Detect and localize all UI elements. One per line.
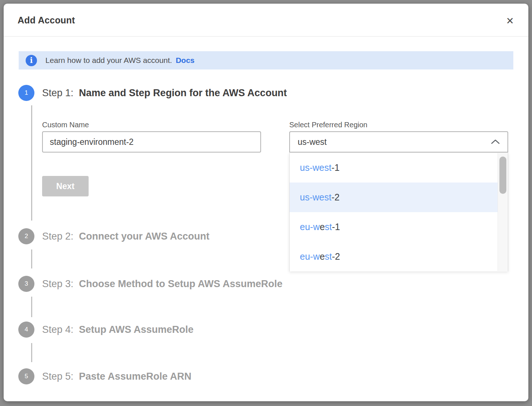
next-button[interactable]: Next bbox=[42, 176, 89, 196]
chevron-up-icon[interactable] bbox=[491, 138, 500, 146]
region-combobox[interactable] bbox=[289, 131, 508, 153]
step-5-heading: Step 5: Paste AssumeRole ARN bbox=[42, 368, 191, 384]
close-icon[interactable]: ✕ bbox=[504, 15, 516, 27]
step-4-heading: Step 4: Setup AWS AssumeRole bbox=[42, 322, 194, 338]
docs-link[interactable]: Docs bbox=[176, 56, 194, 65]
step-4-prefix: Step 4: bbox=[42, 324, 74, 335]
step-2-badge: 2 bbox=[18, 228, 34, 244]
step-1-badge: 1 bbox=[18, 85, 34, 101]
region-option-eu-west-1[interactable]: eu-west-1 bbox=[290, 212, 508, 242]
step-connector bbox=[31, 249, 32, 268]
region-option-eu-west-2[interactable]: eu-west-2 bbox=[290, 242, 508, 271]
banner-text: Learn how to add your AWS account. bbox=[45, 56, 172, 65]
region-dropdown: us-west-1 us-west-2 eu-west-1 eu-west-2 bbox=[289, 153, 508, 271]
step-3-prefix: Step 3: bbox=[42, 278, 74, 290]
custom-name-input[interactable] bbox=[42, 131, 261, 153]
step-1-title: Name and Step Region for the AWS Account bbox=[79, 87, 287, 99]
region-label: Select Preferred Region bbox=[289, 121, 367, 129]
dropdown-scrollbar bbox=[498, 153, 508, 271]
step-2-prefix: Step 2: bbox=[42, 231, 74, 242]
region-input[interactable] bbox=[289, 131, 508, 153]
scrollbar-thumb[interactable] bbox=[499, 157, 506, 194]
region-option-us-west-1[interactable]: us-west-1 bbox=[290, 153, 508, 183]
step-connector bbox=[31, 343, 32, 362]
step-5-prefix: Step 5: bbox=[42, 371, 74, 382]
info-icon: i bbox=[26, 55, 37, 66]
step-3-title: Choose Method to Setup AWS AssumeRole bbox=[79, 278, 283, 290]
modal-title: Add Account bbox=[18, 15, 75, 26]
info-banner: i Learn how to add your AWS account. Doc… bbox=[19, 51, 513, 69]
step-4-title: Setup AWS AssumeRole bbox=[79, 324, 194, 335]
step-3-heading: Step 3: Choose Method to Setup AWS Assum… bbox=[42, 276, 283, 292]
custom-name-label: Custom Name bbox=[42, 121, 89, 129]
step-5-title: Paste AssumeRole ARN bbox=[79, 371, 191, 382]
add-account-modal: Add Account ✕ i Learn how to add your AW… bbox=[4, 4, 528, 401]
step-2-heading: Step 2: Connect your AWS Account bbox=[42, 228, 209, 244]
region-option-us-west-2[interactable]: us-west-2 bbox=[290, 183, 508, 212]
step-3-badge: 3 bbox=[18, 276, 34, 292]
header-divider bbox=[4, 36, 528, 37]
step-5-badge: 5 bbox=[18, 368, 34, 384]
step-4-badge: 4 bbox=[18, 322, 34, 338]
step-1-heading: Step 1: Name and Step Region for the AWS… bbox=[42, 85, 287, 101]
step-connector bbox=[31, 297, 32, 317]
step-2-title: Connect your AWS Account bbox=[79, 231, 210, 242]
step-1-prefix: Step 1: bbox=[42, 87, 74, 99]
step-connector bbox=[31, 105, 32, 221]
